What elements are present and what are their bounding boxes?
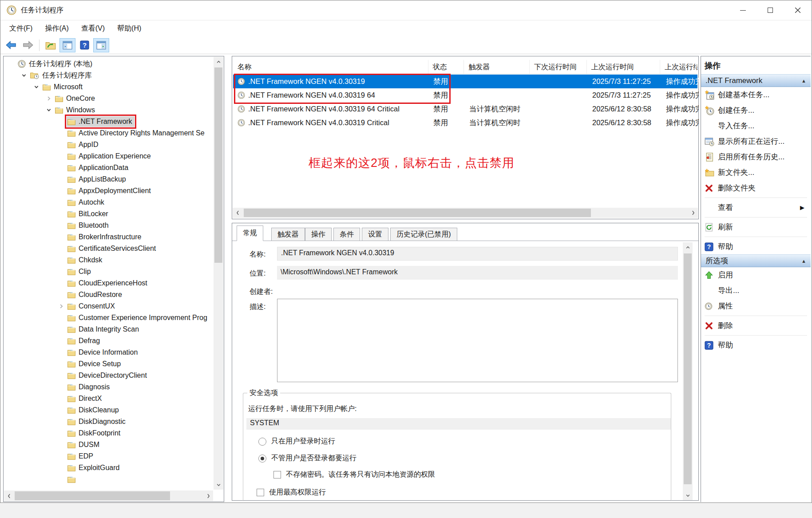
menu-view[interactable]: 查看(V)	[75, 20, 111, 36]
tree-item[interactable]: Autochk	[4, 197, 213, 208]
action-item[interactable]: 刷新	[701, 219, 811, 235]
tree-item[interactable]: Device Setup	[4, 358, 213, 370]
action-item[interactable]: 删除文件夹	[701, 180, 811, 196]
radio-icon[interactable]	[258, 438, 266, 446]
tree-item[interactable]: ConsentUX	[4, 301, 213, 312]
forward-button[interactable]	[20, 38, 36, 52]
action-item[interactable]: 导入任务...	[701, 118, 811, 134]
tree-item[interactable]: Chkdsk	[4, 254, 213, 266]
tree-item[interactable]: AppListBackup	[4, 174, 213, 185]
collapse-caret-icon[interactable]: ▲	[801, 78, 806, 83]
collapse-caret-icon[interactable]: ▲	[801, 258, 806, 264]
tree-hscroll-thumb[interactable]	[15, 491, 170, 500]
tree-scroll-up-button[interactable]	[214, 57, 223, 67]
tree-scroll-down-button[interactable]	[214, 480, 223, 490]
tree-item[interactable]: AppID	[4, 139, 213, 150]
console-tree-toggle-button[interactable]	[59, 38, 75, 52]
action-item[interactable]: 属性	[701, 298, 811, 314]
radio-run-when-logged-on[interactable]: 只在用户登录时运行	[258, 437, 335, 446]
details-scroll-up-button[interactable]	[683, 242, 693, 252]
tab-actions[interactable]: 操作	[305, 228, 332, 241]
tab-conditions[interactable]: 条件	[333, 228, 360, 241]
menu-action[interactable]: 操作(A)	[39, 20, 75, 36]
tree-item[interactable]: EDP	[4, 451, 213, 462]
tree-scroll-right-button[interactable]	[203, 490, 213, 501]
details-scroll-thumb[interactable]	[684, 253, 692, 484]
chevron-down-icon[interactable]	[31, 84, 42, 90]
action-item[interactable]: 启用	[701, 267, 811, 283]
task-row[interactable]: .NET Framework NGEN v4.0.30319 64 Critic…	[233, 102, 697, 116]
close-button[interactable]	[784, 0, 812, 20]
task-list-horizontal-scrollbar[interactable]	[233, 208, 698, 218]
column-header-next-run[interactable]: 下次运行时间	[530, 60, 587, 74]
action-item[interactable]: 启用所有任务历史...	[701, 149, 811, 165]
tree-item[interactable]: OneCore	[4, 93, 213, 104]
back-button[interactable]	[3, 38, 19, 52]
task-row[interactable]: .NET Framework NGEN v4.0.30319 Critical禁…	[233, 116, 697, 130]
actions-section-header[interactable]: .NET Framework▲	[701, 74, 811, 87]
tree-item[interactable]: DiskCleanup	[4, 404, 213, 416]
tab-triggers[interactable]: 触发器	[271, 228, 305, 241]
tab-history[interactable]: 历史记录(已禁用)	[390, 228, 457, 241]
radio-run-whether-logged-on-or-not[interactable]: 不管用户是否登录都要运行	[258, 454, 356, 463]
help-button[interactable]: ?	[76, 38, 92, 52]
chevron-down-icon[interactable]	[44, 107, 54, 113]
tab-general[interactable]: 常规	[237, 225, 263, 241]
tree-item[interactable]: 任务计划程序 (本地)	[4, 58, 213, 70]
action-item[interactable]: ?帮助	[701, 239, 811, 254]
tree-vertical-scrollbar[interactable]	[214, 57, 223, 490]
tree-item[interactable]: Application Experience	[4, 150, 213, 162]
menu-help[interactable]: 帮助(H)	[111, 20, 147, 36]
task-scroll-left-button[interactable]	[233, 208, 242, 218]
tree-item[interactable]: ApplicationData	[4, 162, 213, 174]
column-header-last-run[interactable]: 上次运行时间	[587, 60, 661, 74]
tree-item[interactable]: .NET Framework	[4, 116, 213, 127]
action-item[interactable]: 创建任务...	[701, 103, 811, 118]
action-item[interactable]: 创建基本任务...	[701, 87, 811, 103]
tree-item[interactable]: Customer Experience Improvement Prog	[4, 312, 213, 324]
tree-item[interactable]: DirectX	[4, 393, 213, 404]
task-scroll-right-button[interactable]	[688, 208, 698, 218]
tree-item[interactable]: 任务计划程序库	[4, 70, 213, 81]
tree-item[interactable]: DUSM	[4, 439, 213, 451]
action-item[interactable]: 查看▶	[701, 200, 811, 215]
column-header-status[interactable]: 状态	[428, 60, 464, 74]
action-item[interactable]: ?帮助	[701, 337, 811, 353]
tree-horizontal-scrollbar[interactable]	[4, 490, 213, 501]
radio-selected-icon[interactable]	[258, 455, 266, 463]
menu-file[interactable]: 文件(F)	[3, 20, 39, 36]
tree-scroll-thumb[interactable]	[214, 67, 222, 263]
action-item[interactable]: 显示所有正在运行...	[701, 134, 811, 149]
tab-settings[interactable]: 设置	[362, 228, 388, 241]
chevron-down-icon[interactable]	[19, 73, 29, 78]
action-item[interactable]: 导出...	[701, 283, 811, 298]
import-task-button[interactable]	[43, 38, 59, 52]
column-header-name[interactable]: 名称	[233, 60, 428, 74]
tree-item[interactable]: Bluetooth	[4, 220, 213, 231]
task-hscroll-thumb[interactable]	[244, 209, 591, 217]
tree-item[interactable]	[4, 474, 213, 485]
tree-item[interactable]: Clip	[4, 266, 213, 277]
details-scroll-down-button[interactable]	[683, 490, 693, 500]
tree-item[interactable]: Windows	[4, 104, 213, 116]
tree-item[interactable]: DiskFootprint	[4, 427, 213, 439]
tree-item[interactable]: Device Information	[4, 347, 213, 358]
task-row[interactable]: .NET Framework NGEN v4.0.30319禁用2025/7/3…	[233, 75, 697, 88]
maximize-button[interactable]	[757, 0, 784, 20]
tree-item[interactable]: Data Integrity Scan	[4, 324, 213, 335]
checkbox-do-not-store-password[interactable]: 不存储密码。该任务将只有访问本地资源的权限	[273, 470, 435, 479]
checkbox-icon[interactable]	[257, 489, 264, 496]
minimize-button[interactable]	[729, 0, 757, 20]
tree-item[interactable]: DiskDiagnostic	[4, 416, 213, 427]
tree-item[interactable]: Diagnosis	[4, 381, 213, 393]
tree-item[interactable]: AppxDeploymentClient	[4, 185, 213, 197]
chevron-right-icon[interactable]	[44, 96, 54, 101]
action-item[interactable]: 删除	[701, 318, 811, 333]
actions-section-header[interactable]: 所选项▲	[701, 254, 811, 267]
details-vertical-scrollbar[interactable]	[683, 242, 693, 500]
column-header-last-result[interactable]: 上次运行结果	[660, 60, 697, 74]
action-pane-toggle-button[interactable]	[93, 38, 109, 52]
checkbox-run-highest-privileges[interactable]: 使用最高权限运行	[257, 488, 326, 497]
tree-scroll-left-button[interactable]	[4, 490, 14, 501]
chevron-right-icon[interactable]	[56, 304, 67, 309]
